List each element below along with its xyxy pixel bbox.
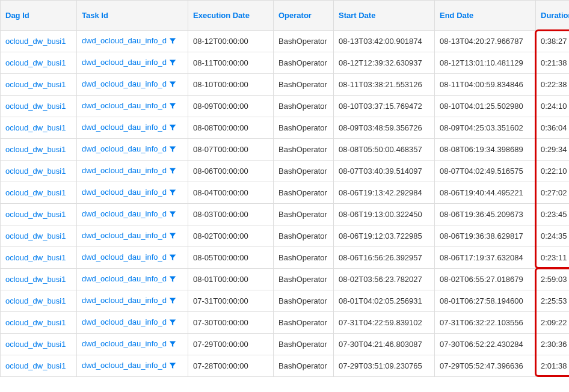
dag-id-link[interactable]: ocloud_dw_busi1 <box>5 80 66 89</box>
funnel-icon[interactable] <box>169 189 176 198</box>
dag-id-link[interactable]: ocloud_dw_busi1 <box>5 58 66 67</box>
task-id-link[interactable]: dwd_ocloud_dau_info_d <box>82 361 167 370</box>
cell-operator: BashOperator <box>274 312 334 334</box>
dag-id-link[interactable]: ocloud_dw_busi1 <box>5 123 66 132</box>
dag-id-link[interactable]: ocloud_dw_busi1 <box>5 188 66 197</box>
cell-start-date: 08-01T04:02:05.256931 <box>334 290 435 312</box>
cell-start-date: 08-12T12:39:32.630937 <box>334 52 435 74</box>
cell-end-date: 08-12T13:01:10.481129 <box>435 52 536 74</box>
col-header-dag-id[interactable]: Dag Id <box>1 1 77 31</box>
task-id-link[interactable]: dwd_ocloud_dau_info_d <box>82 188 167 197</box>
col-header-start-date[interactable]: Start Date <box>334 1 435 31</box>
dag-id-link[interactable]: ocloud_dw_busi1 <box>5 275 66 284</box>
cell-end-date: 08-01T06:27:58.194600 <box>435 290 536 312</box>
task-id-link[interactable]: dwd_ocloud_dau_info_d <box>82 253 167 262</box>
funnel-icon[interactable] <box>169 232 176 241</box>
cell-duration: 0:23:45 <box>536 204 570 225</box>
cell-dag-id: ocloud_dw_busi1 <box>1 139 77 161</box>
cell-task-id: dwd_ocloud_dau_info_d <box>77 161 188 182</box>
cell-dag-id: ocloud_dw_busi1 <box>1 269 77 290</box>
funnel-icon[interactable] <box>169 59 176 68</box>
dag-id-link[interactable]: ocloud_dw_busi1 <box>5 318 66 327</box>
dag-id-link[interactable]: ocloud_dw_busi1 <box>5 340 66 349</box>
cell-operator: BashOperator <box>274 52 334 74</box>
cell-duration: 0:29:34 <box>536 139 570 161</box>
dag-id-link[interactable]: ocloud_dw_busi1 <box>5 167 66 176</box>
funnel-icon[interactable] <box>169 319 176 328</box>
cell-end-date: 08-08T06:19:34.398689 <box>435 139 536 161</box>
task-id-link[interactable]: dwd_ocloud_dau_info_d <box>82 79 167 88</box>
cell-task-id: dwd_ocloud_dau_info_d <box>77 334 188 355</box>
dag-id-link[interactable]: ocloud_dw_busi1 <box>5 145 66 154</box>
cell-duration: 0:23:11 <box>536 247 570 269</box>
cell-start-date: 08-06T19:12:03.722985 <box>334 225 435 247</box>
funnel-icon[interactable] <box>169 297 176 306</box>
task-id-link[interactable]: dwd_ocloud_dau_info_d <box>82 123 167 132</box>
funnel-icon[interactable] <box>169 167 176 176</box>
table-row: ocloud_dw_busi1dwd_ocloud_dau_info_d07-3… <box>1 312 570 334</box>
col-header-operator[interactable]: Operator <box>274 1 334 31</box>
cell-operator: BashOperator <box>274 182 334 204</box>
dag-id-link[interactable]: ocloud_dw_busi1 <box>5 102 66 111</box>
dag-id-link[interactable]: ocloud_dw_busi1 <box>5 361 66 370</box>
funnel-icon[interactable] <box>169 37 176 46</box>
dag-id-link[interactable]: ocloud_dw_busi1 <box>5 210 66 219</box>
cell-end-date: 07-31T06:32:22.103556 <box>435 312 536 334</box>
task-id-link[interactable]: dwd_ocloud_dau_info_d <box>82 144 167 153</box>
dag-id-link[interactable]: ocloud_dw_busi1 <box>5 231 66 240</box>
dag-id-link[interactable]: ocloud_dw_busi1 <box>5 253 66 262</box>
funnel-icon[interactable] <box>169 210 176 219</box>
cell-operator: BashOperator <box>274 31 334 52</box>
cell-start-date: 08-06T19:13:00.322450 <box>334 204 435 225</box>
task-id-link[interactable]: dwd_ocloud_dau_info_d <box>82 101 167 110</box>
funnel-icon[interactable] <box>169 145 176 155</box>
cell-execution-date: 08-06T00:00:00 <box>188 161 274 182</box>
cell-duration: 0:27:02 <box>536 182 570 204</box>
col-header-execution-date[interactable]: Execution Date <box>188 1 274 31</box>
cell-duration: 2:59:03 <box>536 269 570 290</box>
cell-operator: BashOperator <box>274 161 334 182</box>
cell-task-id: dwd_ocloud_dau_info_d <box>77 52 188 74</box>
col-header-end-date[interactable]: End Date <box>435 1 536 31</box>
cell-start-date: 08-06T16:56:26.392957 <box>334 247 435 269</box>
task-id-link[interactable]: dwd_ocloud_dau_info_d <box>82 296 167 305</box>
cell-dag-id: ocloud_dw_busi1 <box>1 355 77 377</box>
task-id-link[interactable]: dwd_ocloud_dau_info_d <box>82 58 167 67</box>
cell-dag-id: ocloud_dw_busi1 <box>1 334 77 355</box>
cell-start-date: 08-10T03:37:15.769472 <box>334 96 435 117</box>
task-id-link[interactable]: dwd_ocloud_dau_info_d <box>82 166 167 175</box>
cell-task-id: dwd_ocloud_dau_info_d <box>77 182 188 204</box>
cell-end-date: 08-13T04:20:27.966787 <box>435 31 536 52</box>
cell-execution-date: 08-05T00:00:00 <box>188 247 274 269</box>
table-row: ocloud_dw_busi1dwd_ocloud_dau_info_d08-0… <box>1 96 570 117</box>
col-header-task-id[interactable]: Task Id <box>77 1 188 31</box>
dag-id-link[interactable]: ocloud_dw_busi1 <box>5 296 66 305</box>
task-id-link[interactable]: dwd_ocloud_dau_info_d <box>82 209 167 218</box>
cell-execution-date: 08-10T00:00:00 <box>188 74 274 96</box>
cell-dag-id: ocloud_dw_busi1 <box>1 117 77 139</box>
funnel-icon[interactable] <box>169 81 176 90</box>
table-row: ocloud_dw_busi1dwd_ocloud_dau_info_d08-1… <box>1 74 570 96</box>
cell-dag-id: ocloud_dw_busi1 <box>1 161 77 182</box>
cell-duration: 2:01:38 <box>536 355 570 377</box>
funnel-icon[interactable] <box>169 275 176 284</box>
task-id-link[interactable]: dwd_ocloud_dau_info_d <box>82 317 167 326</box>
cell-execution-date: 08-04T00:00:00 <box>188 182 274 204</box>
funnel-icon[interactable] <box>169 340 176 349</box>
cell-duration: 2:09:22 <box>536 312 570 334</box>
task-id-link[interactable]: dwd_ocloud_dau_info_d <box>82 36 167 45</box>
cell-task-id: dwd_ocloud_dau_info_d <box>77 247 188 269</box>
table-row: ocloud_dw_busi1dwd_ocloud_dau_info_d07-2… <box>1 334 570 355</box>
task-id-link[interactable]: dwd_ocloud_dau_info_d <box>82 274 167 283</box>
table-row: ocloud_dw_busi1dwd_ocloud_dau_info_d08-0… <box>1 117 570 139</box>
task-id-link[interactable]: dwd_ocloud_dau_info_d <box>82 339 167 348</box>
funnel-icon[interactable] <box>169 124 176 133</box>
col-header-duration[interactable]: Duration <box>536 1 570 31</box>
dag-id-link[interactable]: ocloud_dw_busi1 <box>5 37 66 46</box>
funnel-icon[interactable] <box>169 362 176 371</box>
table-row: ocloud_dw_busi1dwd_ocloud_dau_info_d08-0… <box>1 225 570 247</box>
funnel-icon[interactable] <box>169 102 176 111</box>
task-id-link[interactable]: dwd_ocloud_dau_info_d <box>82 231 167 240</box>
funnel-icon[interactable] <box>169 254 176 263</box>
cell-execution-date: 08-12T00:00:00 <box>188 31 274 52</box>
